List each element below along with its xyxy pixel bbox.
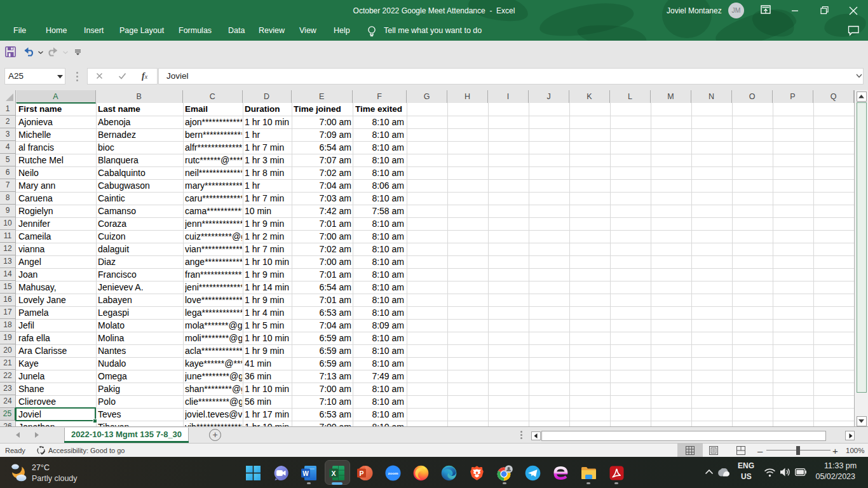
svg-text:zoom: zoom [388,471,398,475]
svg-text:X: X [331,470,336,477]
svg-text:P: P [359,470,363,477]
svg-text:W: W [302,470,309,477]
